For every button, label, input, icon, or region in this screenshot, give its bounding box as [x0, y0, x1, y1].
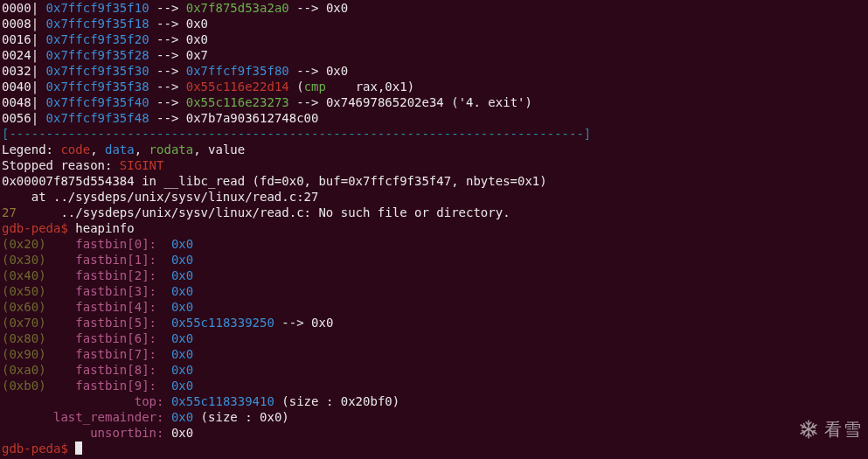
unsort-value: 0x0 [171, 426, 193, 440]
bin-name: fastbin[2]: [75, 268, 171, 282]
watermark: 看雪 [798, 419, 863, 440]
fastbin-row: (0x80) fastbin[6]: 0x0 [2, 330, 866, 346]
stack-row: 0040| 0x7ffcf9f35f38 --> 0x55c116e22d14 … [2, 79, 866, 94]
bin-name: fastbin[9]: [75, 379, 171, 393]
string-value: '4. exit' [459, 95, 525, 109]
section-divider: [---------------------------------------… [2, 127, 591, 141]
stopped-reason: Stopped reason: SIGINT [2, 157, 866, 173]
stack-row: 0000| 0x7ffcf9f35f10 --> 0x7f875d53a2a0 … [2, 0, 866, 16]
stack-address: 0x7ffcf9f35f48 [46, 111, 149, 125]
top-label: top: [2, 394, 171, 408]
legend-rodata: rodata [149, 143, 194, 156]
stack-row: 0024| 0x7ffcf9f35f28 --> 0x7 [2, 47, 866, 63]
bin-size: (0x30) [2, 253, 75, 267]
prompt-line: gdb-peda$ [2, 441, 866, 456]
heap-unsort: unsortbin: 0x0 [2, 425, 866, 441]
gdb-prompt: gdb-peda$ [2, 442, 75, 456]
prompt-line: gdb-peda$ heapinfo [2, 220, 866, 236]
bin-size: (0x80) [2, 331, 75, 345]
stack-offset: 0040| [2, 80, 46, 94]
gdb-prompt: gdb-peda$ [2, 221, 75, 235]
fastbin-row: (0x70) fastbin[5]: 0x55c118339250 --> 0x… [2, 315, 866, 330]
fastbin-row: (0x50) fastbin[3]: 0x0 [2, 283, 866, 299]
heap-lastrem: last_remainder: 0x0 (size : 0x0) [2, 409, 866, 425]
bin-size: (0x90) [2, 347, 75, 361]
bin-value: 0x0 [171, 253, 193, 267]
legend-data: data [105, 143, 135, 156]
stack-row: 0008| 0x7ffcf9f35f18 --> 0x0 [2, 16, 866, 31]
stack-address: 0x7ffcf9f35f10 [46, 1, 149, 15]
bin-value: 0x0 [171, 237, 193, 251]
lastrem-label: last_remainder: [2, 410, 171, 424]
bin-size: (0x60) [2, 300, 75, 314]
bin-name: fastbin[7]: [75, 347, 171, 361]
stack-address: 0x7ffcf9f35f28 [46, 48, 149, 62]
bin-value: 0x0 [171, 347, 193, 361]
bin-name: fastbin[3]: [75, 284, 171, 298]
bin-name: fastbin[4]: [75, 300, 171, 314]
stack-offset: 0032| [2, 64, 46, 78]
src-error: ../sysdeps/unix/sysv/linux/read.c: No su… [17, 205, 510, 219]
fastbin-row: (0xa0) fastbin[8]: 0x0 [2, 362, 866, 378]
stack-offset: 0056| [2, 111, 46, 125]
fastbin-row: (0x30) fastbin[1]: 0x0 [2, 252, 866, 268]
cursor[interactable] [75, 442, 82, 455]
bin-name: fastbin[1]: [75, 253, 171, 267]
fastbin-row: (0x40) fastbin[2]: 0x0 [2, 268, 866, 283]
stack-pointer: 0x7ffcf9f35f80 [186, 64, 289, 78]
stack-pointer: 0x55c116e22d14 [186, 80, 289, 94]
bin-name: fastbin[6]: [75, 331, 171, 345]
bin-value: 0x0 [171, 268, 193, 282]
bin-size: (0x40) [2, 268, 75, 282]
bin-name: fastbin[5]: [75, 316, 171, 330]
fastbin-row: (0xb0) fastbin[9]: 0x0 [2, 378, 866, 393]
bin-value: 0x0 [171, 284, 193, 298]
stack-pointer: 0x7f875d53a2a0 [186, 1, 289, 15]
bin-value: 0x0 [171, 300, 193, 314]
stack-address: 0x7ffcf9f35f38 [46, 80, 149, 94]
bin-size: (0x20) [2, 237, 75, 251]
stack-offset: 0048| [2, 95, 46, 109]
stack-offset: 0024| [2, 48, 46, 62]
top-value: 0x55c118339410 [171, 394, 274, 408]
legend-code: code [60, 143, 90, 156]
bin-size: (0x50) [2, 284, 75, 298]
frame-at: at ../sysdeps/unix/sysv/linux/read.c:27 [2, 190, 318, 204]
stack-address: 0x7ffcf9f35f40 [46, 95, 149, 109]
terminal-output[interactable]: 0000| 0x7ffcf9f35f10 --> 0x7f875d53a2a0 … [2, 0, 866, 456]
asm-op: cmp [304, 80, 326, 94]
stack-row: 0032| 0x7ffcf9f35f30 --> 0x7ffcf9f35f80 … [2, 63, 866, 79]
stack-address: 0x7ffcf9f35f30 [46, 64, 149, 78]
stack-row: 0048| 0x7ffcf9f35f40 --> 0x55c116e23273 … [2, 94, 866, 110]
frame-info: 0x00007f875d554384 in __libc_read (fd=0x… [2, 174, 547, 188]
bin-name: fastbin[0]: [75, 237, 171, 251]
bin-size: (0xa0) [2, 363, 75, 377]
bin-size: (0xb0) [2, 379, 75, 393]
bin-name: fastbin[8]: [75, 363, 171, 377]
unsort-label: unsortbin: [2, 426, 171, 440]
stack-row: 0016| 0x7ffcf9f35f20 --> 0x0 [2, 31, 866, 47]
lastrem-value: 0x0 [171, 410, 193, 424]
heap-top: top: 0x55c118339410 (size : 0x20bf0) [2, 393, 866, 409]
bin-value: 0x0 [171, 379, 193, 393]
stack-offset: 0000| [2, 1, 46, 15]
fastbin-row: (0x90) fastbin[7]: 0x0 [2, 346, 866, 362]
bin-size: (0x70) [2, 316, 75, 330]
stack-address: 0x7ffcf9f35f18 [46, 17, 149, 31]
legend: Legend: code, data, rodata, value [2, 142, 866, 157]
bin-value: 0x0 [171, 363, 193, 377]
snowflake-icon [798, 419, 819, 440]
stack-pointer: 0x55c116e23273 [186, 95, 289, 109]
watermark-text: 看雪 [824, 421, 863, 437]
stop-signal: SIGINT [120, 158, 164, 172]
bin-value: 0x0 [171, 331, 193, 345]
src-line-no: 27 [2, 205, 17, 219]
cmd-input: heapinfo [75, 221, 134, 235]
fastbin-row: (0x60) fastbin[4]: 0x0 [2, 299, 866, 315]
fastbin-row: (0x20) fastbin[0]: 0x0 [2, 236, 866, 252]
bin-value: 0x55c118339250 [171, 316, 274, 330]
stack-offset: 0016| [2, 32, 46, 46]
stack-address: 0x7ffcf9f35f20 [46, 32, 149, 46]
stack-row: 0056| 0x7ffcf9f35f48 --> 0x7b7a903612748… [2, 110, 866, 126]
stack-offset: 0008| [2, 17, 46, 31]
